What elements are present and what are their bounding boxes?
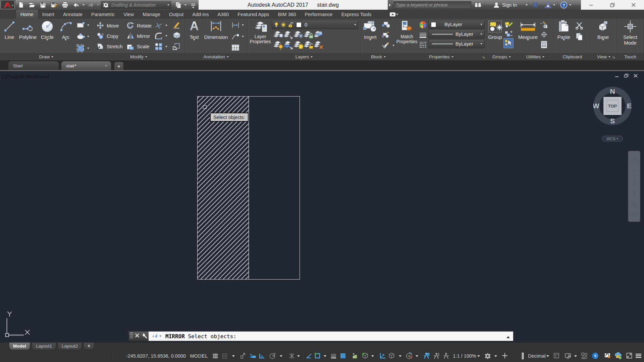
command-options-dropdown[interactable]	[159, 336, 161, 337]
new-drawing-tab-button[interactable]: +	[114, 62, 123, 70]
annotation-linear-dim-button[interactable]	[231, 21, 244, 29]
ungroup-button[interactable]	[504, 30, 513, 38]
qat-save-button[interactable]	[38, 1, 48, 9]
clean-screen[interactable]	[625, 350, 633, 362]
object-color-selector[interactable]: ByLayer	[428, 20, 485, 29]
ribbon-tab-view[interactable]: View	[119, 10, 138, 19]
group-button[interactable]: Group	[487, 20, 503, 40]
modify-rotate-button[interactable]: Rotate	[126, 22, 152, 29]
ribbon-tab-featured-apps[interactable]: Featured Apps	[233, 10, 273, 19]
draw-ellipse-button[interactable]	[76, 33, 89, 40]
stair-hatch[interactable]	[198, 97, 249, 279]
new-layout-button[interactable]: +	[84, 343, 94, 349]
customization-menu[interactable]	[634, 350, 642, 362]
a360-button[interactable]	[542, 0, 557, 10]
view-base-button[interactable]: Base	[594, 20, 612, 46]
qat-redo-button[interactable]	[86, 1, 96, 9]
navbar-tools[interactable]	[628, 151, 641, 222]
viewport-restore-icon[interactable]	[624, 74, 629, 78]
ribbon-tab-manage[interactable]: Manage	[138, 10, 164, 19]
snap-mode-dropdown[interactable]	[232, 350, 235, 362]
viewcube-west[interactable]: W	[593, 102, 599, 110]
object-snap[interactable]	[313, 350, 321, 362]
modify-trim-button[interactable]	[155, 22, 167, 29]
qat-share-dropdown[interactable]	[184, 1, 187, 9]
viewcube-north[interactable]: N	[610, 87, 615, 95]
units-dropdown[interactable]	[546, 350, 549, 362]
group-edit-button[interactable]	[504, 21, 513, 28]
ribbon-tab-insert[interactable]: Insert	[38, 10, 59, 19]
threed-object-snap-dropdown[interactable]	[371, 350, 374, 362]
mirror-command-icon[interactable]	[151, 332, 158, 339]
layers-make-current-button[interactable]	[282, 30, 294, 40]
qat-new-button[interactable]	[16, 1, 26, 9]
panel-label-block[interactable]: Block	[361, 53, 396, 60]
ribbon-minimize-icon[interactable]	[389, 12, 398, 17]
ribbon-tab-add-ins[interactable]: Add-ins	[188, 10, 213, 19]
ortho-mode[interactable]	[258, 350, 266, 362]
signin-dropdown[interactable]	[525, 0, 529, 10]
draw-line-button[interactable]: Line	[1, 20, 17, 40]
gizmo-dropdown[interactable]	[398, 350, 402, 362]
ribbon-tab-performance[interactable]: Performance	[301, 10, 337, 19]
panel-label-layers[interactable]: Layers	[248, 53, 361, 60]
file-tab-start[interactable]: Start	[8, 61, 59, 70]
wrench-icon[interactable]	[142, 333, 148, 339]
qat-saveas-button[interactable]	[49, 1, 59, 9]
block-insert-button[interactable]: Insert	[362, 20, 379, 46]
panel-label-annotation[interactable]: Annotation	[185, 53, 247, 60]
window-restore-button[interactable]	[602, 0, 623, 10]
layer-thaw-icon[interactable]	[280, 22, 286, 28]
gizmo-selection[interactable]	[387, 350, 395, 362]
command-line-handle[interactable]	[129, 331, 149, 341]
annotation-dimension-button[interactable]: Dimension	[203, 20, 229, 40]
annotation-monitor[interactable]	[501, 350, 509, 362]
ribbon-tab-parametric[interactable]: Parametric	[87, 10, 119, 19]
isometric-drafting[interactable]	[288, 350, 296, 362]
annotation-scale-button[interactable]: 1:1 / 100%	[451, 350, 478, 362]
panel-label-view[interactable]: View↘	[591, 53, 616, 60]
properties-dialog-launcher[interactable]: ↘	[482, 55, 485, 59]
draw-arc-button[interactable]: Arc	[58, 20, 74, 46]
modify-scale-button[interactable]: Scale	[126, 43, 150, 50]
panel-label-properties[interactable]: Properties↘	[396, 53, 486, 60]
threed-object-snap[interactable]	[361, 350, 369, 362]
quick-select-button[interactable]	[540, 21, 548, 29]
command-line-window[interactable]: MIRROR Select objects:	[128, 331, 514, 341]
paste-button[interactable]: Paste	[555, 20, 572, 46]
modify-fillet-button[interactable]	[155, 32, 167, 40]
qat-customize-button[interactable]	[188, 1, 198, 9]
infer-constraints[interactable]	[238, 350, 247, 362]
drawing-canvas[interactable]: [-][Top][2D Wireframe] TOPNSWE WCS Selec…	[0, 71, 644, 343]
ribbon-tab-bim-360[interactable]: BIM 360	[274, 10, 301, 19]
layer-unlock-icon[interactable]	[288, 22, 294, 28]
layer-selector[interactable]: 0	[272, 20, 358, 29]
qat-undo-dropdown[interactable]	[82, 1, 86, 9]
file-tab-stair[interactable]: stair*✕	[61, 61, 111, 70]
panel-label-utilities[interactable]: Utilities	[517, 53, 554, 60]
ribbon-tab-a360[interactable]: A360	[213, 10, 233, 19]
quick-calc-button[interactable]	[540, 40, 548, 49]
modify-erase-button[interactable]	[172, 21, 181, 29]
workspace-switcher[interactable]: Drafting & Annotation	[101, 1, 171, 9]
view-dialog-launcher[interactable]: ↘	[612, 55, 615, 59]
modify-mirror-button[interactable]: Mirror	[126, 32, 150, 40]
layers-freeze-button[interactable]	[292, 30, 304, 40]
select-mode-button[interactable]: Select Mode	[620, 20, 641, 46]
layout-tab-layout1[interactable]: Layout1	[32, 343, 56, 350]
id-point-button[interactable]	[540, 31, 548, 38]
search-input[interactable]: Type a keyword or phrase	[393, 1, 471, 8]
performance-monitor[interactable]	[603, 350, 611, 362]
qat-share-button[interactable]	[173, 1, 183, 9]
layers-match-button[interactable]	[282, 40, 294, 50]
snap-mode[interactable]	[220, 350, 228, 362]
layers-delete-button[interactable]	[313, 40, 324, 50]
qat-undo-button[interactable]	[71, 1, 82, 9]
block-edit-attributes-button[interactable]	[381, 31, 390, 39]
draw-circle-button[interactable]: Circle	[39, 20, 56, 46]
layout-tab-layout2[interactable]: Layout2	[58, 343, 82, 350]
close-icon[interactable]: ✕	[105, 64, 108, 68]
viewcube-east[interactable]: E	[627, 102, 632, 110]
object-snap-dropdown[interactable]	[323, 350, 327, 362]
measure-button[interactable]: Measure	[518, 20, 538, 46]
